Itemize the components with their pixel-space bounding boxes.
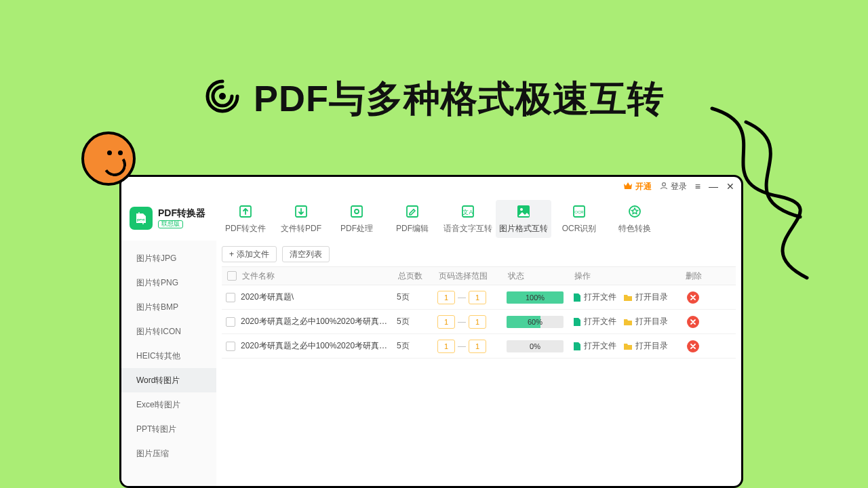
row-checkbox[interactable] [226,293,235,302]
sidebar-item-label: HEIC转其他 [136,350,180,362]
sidebar-item-4[interactable]: HEIC转其他 [121,344,216,368]
image-icon [516,204,531,219]
sidebar-item-6[interactable]: Excel转图片 [121,392,216,417]
top-tab-1[interactable]: 文件转PDF [273,200,329,238]
export-icon [238,204,253,219]
sidebar-item-label: 图片转JPG [136,253,176,264]
top-tab-6[interactable]: OCROCR识别 [551,200,607,238]
grid-rows: 2020考研真题\5页—100%打开文件打开目录2020考研真题之必中100%2… [222,285,736,359]
top-tab-2[interactable]: PDF处理 [329,200,384,238]
open-dir-link[interactable]: 打开目录 [623,291,668,303]
page-from-input[interactable] [437,340,455,353]
top-tab-7[interactable]: 特色转换 [607,200,663,238]
sidebar-item-3[interactable]: 图片转ICON [121,319,216,344]
open-dir-label: 打开目录 [635,316,668,327]
page-to-input[interactable] [469,291,486,304]
open-dir-label: 打开目录 [635,291,668,303]
sidebar-item-label: PPT转图片 [136,424,176,435]
col-range: 页码选择范围 [437,270,507,282]
top-tab-3[interactable]: PDF编辑 [384,200,440,238]
close-icon [690,319,696,325]
col-del: 删除 [684,270,717,282]
page-count: 5页 [397,316,437,327]
page-to-input[interactable] [469,315,486,329]
star-icon [627,204,642,219]
top-tab-label: OCR识别 [562,223,597,235]
table-row: 2020考研真题\5页—100%打开文件打开目录 [222,285,736,310]
open-dir-link[interactable]: 打开目录 [623,340,668,352]
folder-icon [623,318,633,326]
folder-icon [623,342,633,350]
sidebar: 图片转JPG图片转PNG图片转BMP图片转ICONHEIC转其他Word转图片E… [121,241,216,486]
file-icon [573,317,581,327]
open-file-link[interactable]: 打开文件 [573,316,616,327]
swirl-icon [203,77,241,115]
app-title: PDF转换器 [158,208,205,218]
toolbar: + 添加文件 清空列表 [222,246,736,262]
page-count: 5页 [397,340,437,352]
sidebar-item-0[interactable]: 图片转JPG [121,246,216,270]
delete-button[interactable] [687,291,699,304]
col-name: 文件名称 [241,270,397,282]
col-status: 状态 [507,270,573,282]
open-file-link[interactable]: 打开文件 [573,291,616,303]
vip-upgrade-link[interactable]: 开通 [623,181,652,192]
row-checkbox[interactable] [226,342,235,351]
range-dash: — [458,317,466,327]
sidebar-item-7[interactable]: PPT转图片 [121,417,216,441]
delete-button[interactable] [687,316,699,328]
add-file-label: 添加文件 [237,249,269,260]
delete-button[interactable] [687,340,699,352]
add-file-button[interactable]: + 添加文件 [222,246,277,262]
page-to-input[interactable] [469,340,486,353]
clear-list-button[interactable]: 清空列表 [282,246,330,262]
open-dir-link[interactable]: 打开目录 [623,316,668,327]
page-range: — [437,340,507,353]
minimize-icon[interactable]: — [709,181,718,192]
sidebar-item-5[interactable]: Word转图片 [121,368,216,392]
import-icon [294,204,309,219]
logo-mark-icon: PDF [130,207,153,230]
sidebar-item-label: 图片转PNG [136,277,178,289]
file-name: 2020考研真题之必中100%2020考研真题之 [241,340,397,352]
svg-point-6 [355,209,359,214]
svg-text:OCR: OCR [574,210,584,214]
page-from-input[interactable] [437,315,455,329]
file-name: 2020考研真题\ [241,291,397,303]
progress-bar: 0% [507,340,564,352]
top-tab-label: 语音文字互转 [443,223,492,235]
col-ops: 操作 [573,270,684,282]
close-icon [690,294,696,301]
top-tab-label: 文件转PDF [281,223,321,235]
file-icon [573,342,581,351]
open-file-link[interactable]: 打开文件 [573,340,616,352]
progress-bar: 100% [507,291,564,304]
progress-pct: 0% [507,340,564,352]
svg-point-11 [520,208,523,211]
login-link[interactable]: 登录 [660,181,687,192]
sidebar-item-8[interactable]: 图片压缩 [121,441,216,466]
app-edition-badge: 联想版 [158,220,183,228]
vip-label: 开通 [635,181,652,192]
sidebar-item-2[interactable]: 图片转BMP [121,295,216,319]
top-tab-4[interactable]: 文A语音文字互转 [440,200,496,238]
close-icon [690,343,696,350]
top-tab-label: PDF转文件 [225,223,266,235]
top-tab-label: 图片格式互转 [499,223,548,235]
headline-text: PDF与多种格式极速互转 [254,78,665,119]
select-all-checkbox[interactable] [227,271,237,281]
col-pages: 总页数 [397,270,437,282]
open-file-label: 打开文件 [584,340,616,352]
page-from-input[interactable] [437,291,455,304]
app-logo: PDF PDF转换器 联想版 [121,196,216,241]
top-tab-label: PDF编辑 [396,223,429,235]
row-checkbox[interactable] [226,317,235,327]
top-tab-5[interactable]: 图片格式互转 [496,200,551,238]
audio-icon: 文A [460,204,475,219]
close-icon[interactable]: ✕ [726,181,734,192]
sidebar-item-1[interactable]: 图片转PNG [121,270,216,295]
top-tab-0[interactable]: PDF转文件 [218,200,273,238]
menu-icon[interactable]: ≡ [695,181,701,192]
open-file-label: 打开文件 [584,316,616,327]
plus-icon: + [229,249,234,259]
